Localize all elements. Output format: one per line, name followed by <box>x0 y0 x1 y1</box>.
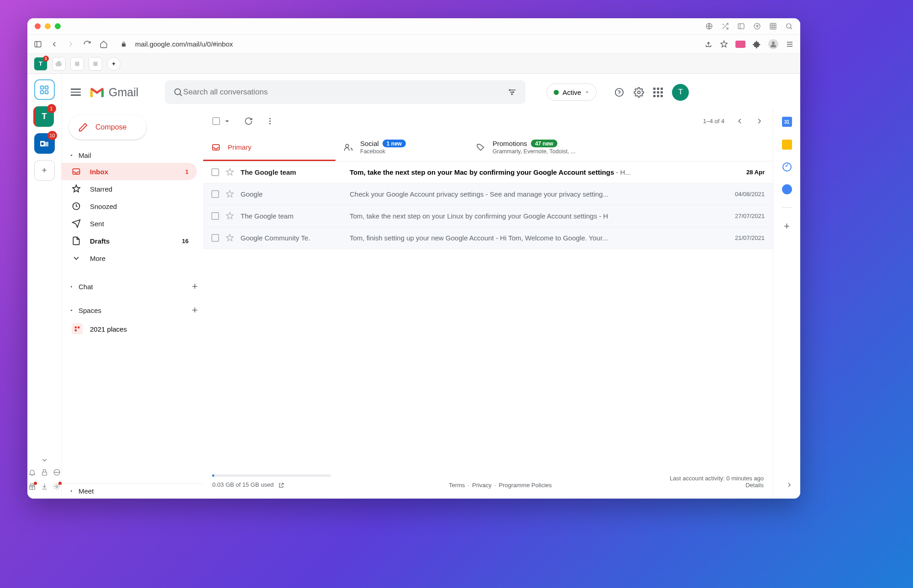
globe-icon[interactable] <box>705 22 713 30</box>
svg-point-32 <box>269 123 271 124</box>
globe-icon[interactable] <box>53 468 61 478</box>
forward-button[interactable] <box>67 40 75 48</box>
tasks-icon[interactable] <box>782 162 792 172</box>
settings-icon[interactable] <box>634 87 644 98</box>
chevron-down-icon[interactable] <box>41 456 48 464</box>
keep-icon[interactable] <box>782 140 792 150</box>
search-input[interactable] <box>183 88 507 97</box>
refresh-button[interactable] <box>244 117 253 125</box>
panel-icon[interactable] <box>737 22 745 30</box>
calendar-icon[interactable]: 31 <box>782 117 792 127</box>
google-apps-icon[interactable] <box>653 88 663 97</box>
mail-row[interactable]: The Google team Tom, take the next step … <box>203 161 773 183</box>
minimize-window-button[interactable] <box>45 23 51 29</box>
help-icon[interactable] <box>614 87 624 98</box>
status-chip[interactable]: Active <box>546 83 597 101</box>
tab-generic-2[interactable] <box>89 57 102 71</box>
star-icon[interactable] <box>226 168 234 177</box>
tab-social[interactable]: Social1 new Facebook <box>336 133 468 161</box>
mail-row[interactable]: The Google team Tom, take the next step … <box>203 205 773 227</box>
contacts-icon[interactable] <box>782 184 792 194</box>
open-external-icon[interactable] <box>278 482 284 489</box>
rail-outlook[interactable]: 10 <box>34 133 55 154</box>
privacy-link[interactable]: Privacy <box>472 482 492 489</box>
row-checkbox[interactable] <box>211 190 219 198</box>
star-icon[interactable] <box>226 212 234 220</box>
share-icon[interactable] <box>704 40 713 48</box>
nav-sent[interactable]: Sent <box>62 215 197 232</box>
nav-inbox[interactable]: Inbox 1 <box>62 163 197 180</box>
bell-icon[interactable] <box>28 468 36 478</box>
search-bar[interactable] <box>165 80 525 104</box>
compose-button[interactable]: Compose <box>69 115 147 140</box>
search-options-icon[interactable] <box>507 87 517 97</box>
select-all-checkbox[interactable] <box>212 117 231 125</box>
home-button[interactable] <box>100 40 108 48</box>
prev-page-button[interactable] <box>735 117 744 125</box>
details-link[interactable]: Details <box>745 482 764 489</box>
nav-snoozed[interactable]: Snoozed <box>62 198 197 215</box>
add-chat-button[interactable]: + <box>192 281 198 292</box>
tab-promotions[interactable]: Promotions47 new Grammarly, Evernote, To… <box>468 133 600 161</box>
tab-drive[interactable] <box>52 57 66 71</box>
section-meet[interactable]: Meet <box>62 484 203 499</box>
grid-icon[interactable] <box>769 22 777 30</box>
row-checkbox[interactable] <box>211 168 219 176</box>
nav-starred[interactable]: Starred <box>62 180 197 198</box>
row-checkbox[interactable] <box>211 234 219 242</box>
tab-primary[interactable]: Primary <box>203 133 336 161</box>
account-avatar[interactable]: T <box>672 84 689 101</box>
close-window-button[interactable] <box>35 23 41 29</box>
rail-account-1[interactable]: T 1 <box>33 106 54 127</box>
add-space-button[interactable]: + <box>192 304 198 316</box>
section-spaces[interactable]: Spaces + <box>62 301 203 320</box>
lock-icon[interactable] <box>41 468 48 478</box>
section-chat[interactable]: Chat + <box>62 277 203 296</box>
new-tab-button[interactable]: + <box>107 57 121 71</box>
add-addon-button[interactable]: + <box>784 220 790 232</box>
reload-button[interactable] <box>83 40 91 48</box>
terms-link[interactable]: Terms <box>449 482 465 489</box>
maximize-window-button[interactable] <box>55 23 61 29</box>
extensions-puzzle-icon[interactable] <box>753 40 761 48</box>
tab-gmail[interactable]: T 1 <box>34 57 47 71</box>
star-icon[interactable] <box>226 234 234 242</box>
extension-icon[interactable] <box>735 41 745 48</box>
menu-icon[interactable] <box>786 40 794 48</box>
next-page-button[interactable] <box>755 117 764 125</box>
search-icon[interactable] <box>785 22 793 30</box>
clock-icon <box>72 202 81 211</box>
mail-row[interactable]: Google Community Te. Tom, finish setting… <box>203 227 773 249</box>
nav-more[interactable]: More <box>62 250 197 267</box>
nav-drafts[interactable]: Drafts 16 <box>62 232 197 250</box>
tab-generic-1[interactable] <box>70 57 84 71</box>
expand-panel-button[interactable] <box>786 481 798 490</box>
space-item[interactable]: 2021 places <box>62 320 203 338</box>
shuffle-icon[interactable] <box>721 22 729 30</box>
section-mail[interactable]: Mail <box>62 148 203 163</box>
main-menu-button[interactable] <box>71 87 81 98</box>
svg-rect-28 <box>78 327 79 328</box>
more-button[interactable] <box>266 117 274 125</box>
sidebar-toggle-icon[interactable] <box>34 40 42 48</box>
download-icon[interactable] <box>41 483 48 492</box>
svg-rect-27 <box>75 327 77 328</box>
back-button[interactable] <box>50 40 58 48</box>
gmail-logo[interactable]: Gmail <box>89 86 138 99</box>
profile-avatar[interactable] <box>768 39 778 49</box>
bookmark-star-icon[interactable] <box>720 40 728 48</box>
subject: Tom, take the next step on your Linux by… <box>350 212 722 220</box>
policies-link[interactable]: Programme Policies <box>498 482 551 489</box>
rail-apps-button[interactable] <box>34 79 55 100</box>
row-checkbox[interactable] <box>211 212 219 220</box>
url-text[interactable]: mail.google.com/mail/u/0/#inbox <box>135 40 233 48</box>
compass-icon[interactable] <box>753 22 761 30</box>
mail-row[interactable]: Google Check your Google Account privacy… <box>203 183 773 205</box>
tag-icon <box>476 143 485 152</box>
gear-icon[interactable] <box>53 483 61 492</box>
star-icon[interactable] <box>226 190 234 198</box>
window-titlebar <box>27 18 800 35</box>
gift-icon[interactable] <box>28 483 36 492</box>
lock-icon[interactable] <box>121 41 127 47</box>
rail-add-account[interactable]: + <box>34 160 55 181</box>
